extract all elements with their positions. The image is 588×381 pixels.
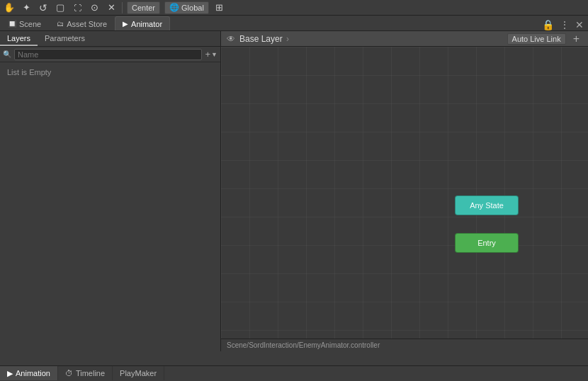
animator-icon: ▶ [123, 20, 128, 28]
search-icon: 🔍 [3, 50, 11, 58]
globe-icon: 🌐 [169, 3, 179, 12]
scene-icon: 🔲 [8, 20, 16, 28]
animation-icon: ▶ [7, 369, 13, 378]
state-any-state[interactable]: Any State [455, 195, 519, 215]
tab-parameters[interactable]: Parameters [38, 32, 92, 46]
scale-icon[interactable]: ⛶ [71, 1, 84, 14]
center-button[interactable]: Center [127, 1, 160, 14]
window-tabbar: 🔲 Scene 🗂 Asset Store ▶ Animator 🔒 ⋮ ✕ [0, 16, 588, 31]
tab-asset-store[interactable]: 🗂 Asset Store [49, 16, 115, 30]
search-input[interactable] [14, 49, 202, 60]
tab-layers[interactable]: Layers [0, 32, 38, 46]
store-icon: 🗂 [57, 20, 64, 28]
tools-icon[interactable]: ✕ [105, 1, 118, 14]
tabbar-controls: 🔒 ⋮ ✕ [541, 19, 588, 30]
hand-icon[interactable]: ✋ [3, 1, 16, 14]
menu-icon[interactable]: ⋮ [558, 19, 571, 30]
global-button[interactable]: 🌐 Global [164, 1, 209, 14]
visibility-icon[interactable]: 👁 [227, 34, 235, 44]
animator-canvas[interactable]: Any State Entry Exit Scene/SordInteracti… [221, 47, 588, 351]
left-search-toolbar: 🔍 + ▼ [0, 47, 220, 62]
chevron-icon: ▼ [211, 51, 217, 58]
status-bar: Scene/SordInteraction/EnemyAnimator.cont… [221, 339, 588, 351]
move-icon[interactable]: ✦ [20, 1, 33, 14]
tab-playmaker[interactable]: PlayMaker [113, 366, 164, 380]
empty-list-label: List is Empty [0, 62, 220, 82]
sep1 [122, 2, 123, 13]
close-icon[interactable]: ✕ [574, 19, 585, 30]
animator-panel: 👁 Base Layer › Auto Live Link + Any Stat… [221, 31, 588, 351]
state-entry[interactable]: Entry [455, 233, 519, 253]
timeline-icon: ⏱ [65, 369, 73, 377]
tab-animation[interactable]: ▶ Animation [0, 366, 58, 380]
tab-scene[interactable]: 🔲 Scene [0, 16, 49, 30]
rect-select-icon[interactable]: ▢ [54, 1, 67, 14]
rotate-icon[interactable]: ↺ [37, 1, 50, 14]
animator-header: 👁 Base Layer › Auto Live Link + [221, 31, 588, 47]
grid-icon[interactable]: ⊞ [213, 1, 226, 14]
main-toolbar: ✋ ✦ ↺ ▢ ⛶ ⊙ ✕ Center 🌐 Global ⊞ [0, 0, 588, 16]
left-panel: Layers Parameters 🔍 + ▼ List is Empty [0, 31, 221, 351]
breadcrumb-arrow: › [286, 34, 289, 44]
radial-icon[interactable]: ⊙ [88, 1, 101, 14]
auto-live-link-button[interactable]: Auto Live Link [507, 33, 566, 45]
main-content: Layers Parameters 🔍 + ▼ List is Empty 👁 … [0, 31, 588, 351]
left-panel-tabs: Layers Parameters [0, 31, 220, 47]
breadcrumb: Base Layer › [239, 34, 290, 44]
add-state-button[interactable]: + [570, 33, 582, 45]
tab-timeline[interactable]: ⏱ Timeline [58, 366, 113, 380]
bottom-tabs: ▶ Animation ⏱ Timeline PlayMaker [0, 365, 588, 381]
add-layer-button[interactable]: + ▼ [205, 49, 217, 59]
lock-icon[interactable]: 🔒 [541, 19, 555, 30]
tab-animator[interactable]: ▶ Animator [115, 16, 170, 30]
